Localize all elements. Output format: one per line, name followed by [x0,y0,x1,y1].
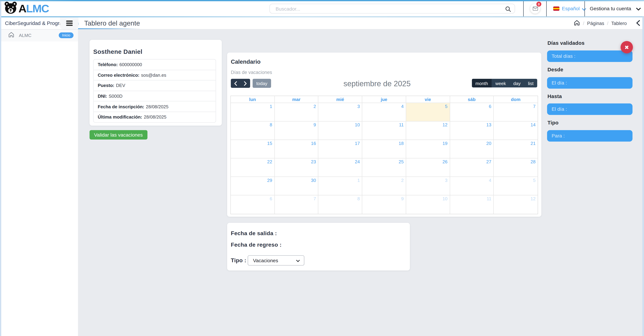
day-header: dom [494,96,538,103]
calendar-day-cell[interactable]: 3 [406,177,450,195]
validate-vacations-button[interactable]: Validar las vacaciones [90,130,147,140]
spain-flag-icon [553,6,559,11]
account-menu[interactable]: Gestiona tu cuenta [590,5,641,12]
calendar-day-cell[interactable]: 19 [406,140,450,158]
day-number: 10 [442,196,448,201]
calendar-day-cell[interactable]: 7 [494,103,538,121]
calendar-day-cell[interactable]: 12 [406,121,450,140]
sidebar-toggle-button[interactable] [60,17,78,29]
calendar-day-headers: lunmarmiéjueviesábdom [231,96,538,103]
brand-logo[interactable]: ALMC [4,1,49,16]
calendar-day-cell[interactable]: 20 [450,140,494,158]
return-date-label: Fecha de regreso : [231,242,282,248]
calendar-day-cell[interactable]: 17 [318,140,362,158]
calendar-day-cell[interactable]: 28 [494,158,538,177]
calendar-day-cell[interactable]: 9 [274,121,318,140]
calendar-day-cell[interactable]: 15 [231,140,274,158]
calendar-day-cell[interactable]: 3 [318,103,362,121]
calendar-day-cell[interactable]: 12 [494,195,538,214]
from-day-field[interactable]: El día : [547,77,632,89]
account-label: Gestiona tu cuenta [590,6,631,11]
top-accent-line [0,0,644,1]
calendar-day-cell[interactable]: 8 [231,121,274,140]
calendar-day-cell[interactable]: 18 [362,140,406,158]
collapse-panel-chevron-left-icon[interactable] [636,20,640,27]
type-select[interactable]: Vacaciones [248,255,304,266]
calendar-day-cell[interactable]: 13 [450,121,494,140]
calendar-day-cell[interactable]: 27 [450,158,494,177]
calendar-day-cell[interactable]: 4 [362,103,406,121]
calendar-day-cell[interactable]: 2 [274,103,318,121]
day-header: mié [318,96,362,103]
view-button-list[interactable]: list [524,79,537,87]
day-number: 13 [486,122,491,127]
total-days-field[interactable]: Total días : [547,50,632,62]
sidebar-item-almc[interactable]: ALMC Inicio [0,29,78,41]
calendar-day-cell[interactable]: 9 [362,195,406,214]
day-number: 8 [357,196,360,201]
calendar-day-cell[interactable]: 21 [494,140,538,158]
calendar-day-cell[interactable]: 16 [274,140,318,158]
close-panel-button[interactable]: ✖ [620,41,633,53]
calendar-day-cell[interactable]: 14 [494,121,538,140]
search-icon[interactable] [505,6,511,13]
type-for-field[interactable]: Para : [547,130,632,142]
calendar-day-cell[interactable]: 1 [231,103,274,121]
departure-date-label: Fecha de salida : [231,230,277,236]
day-number: 6 [270,196,272,201]
day-header: lun [231,96,274,103]
calendar-day-cell[interactable]: 5 [406,103,450,121]
breadcrumb-item-paginas[interactable]: Páginas [587,21,604,25]
calendar-day-cell[interactable]: 1 [318,177,362,195]
view-button-day[interactable]: day [510,79,524,87]
calendar-day-cell[interactable]: 7 [274,195,318,214]
day-number: 27 [486,159,491,164]
calendar-day-cell[interactable]: 2 [362,177,406,195]
day-number: 4 [401,104,404,109]
calendar-day-cell[interactable]: 8 [318,195,362,214]
profile-field-row: DNI:S000D [94,91,216,101]
page-header-row: CiberSeguridad & Programación Tablero de… [0,17,644,29]
day-number: 23 [311,159,316,164]
field-value: S000D [109,93,122,98]
brand-text: ALMC [18,3,49,14]
field-value: 28/08/2025 [144,115,166,119]
calendar-day-cell[interactable]: 6 [450,103,494,121]
calendar-day-cell[interactable]: 5 [494,177,538,195]
day-number: 4 [489,178,491,183]
language-label: Español [562,6,580,11]
agent-profile-card: Sosthene Daniel Teléfono:600000000Correo… [90,40,222,125]
calendar-day-cell[interactable]: 10 [318,121,362,140]
home-icon[interactable] [574,20,580,27]
calendar-day-cell[interactable]: 29 [231,177,274,195]
search-input[interactable] [275,4,498,14]
calendar-day-cell[interactable]: 11 [362,121,406,140]
calendar-day-cell[interactable]: 25 [362,158,406,177]
view-switcher: monthweekdaylist [472,79,537,87]
window-edge-right[interactable] [642,17,644,336]
calendar-day-cell[interactable]: 4 [450,177,494,195]
calendar-day-cell[interactable]: 23 [274,158,318,177]
calendar-day-cell[interactable]: 10 [406,195,450,214]
search-box [270,4,515,13]
calendar-day-cell[interactable]: 11 [450,195,494,214]
day-number: 9 [314,122,316,127]
language-selector[interactable]: Español [553,5,586,12]
view-button-month[interactable]: month [472,79,492,87]
calendar-day-cell[interactable]: 24 [318,158,362,177]
calendar-day-cell[interactable]: 26 [406,158,450,177]
day-number: 8 [270,122,272,127]
envelope-icon [532,5,538,12]
sidebar-item-label: ALMC [19,33,32,38]
mail-badge: 0 [536,1,541,6]
main-content: Sosthene Daniel Teléfono:600000000Correo… [78,29,644,336]
calendar-day-cell[interactable]: 6 [231,195,274,214]
field-label: Teléfono: [98,62,118,67]
calendar-day-cell[interactable]: 22 [231,158,274,177]
field-value: DEV [116,83,126,88]
calendar-day-cell[interactable]: 30 [274,177,318,195]
day-header: vie [406,96,450,103]
view-button-week[interactable]: week [492,79,510,87]
day-number: 2 [314,104,316,109]
to-day-field[interactable]: El día : [547,103,632,115]
